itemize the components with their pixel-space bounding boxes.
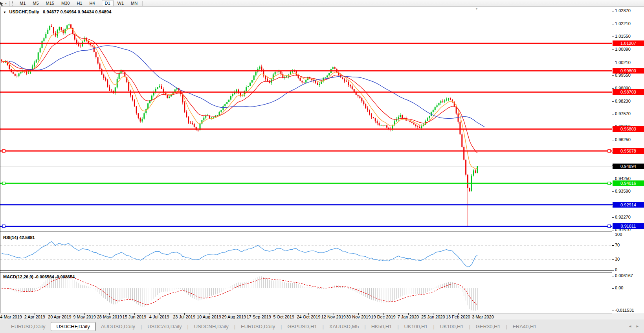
cursor-tool-icon[interactable]	[0, 1, 4, 6]
timeframe-button-d1[interactable]: D1	[102, 0, 114, 6]
timeframe-button-h4[interactable]: H4	[86, 0, 98, 6]
tab-scroll-right-icon[interactable]: ▸	[636, 324, 638, 328]
rsi-panel[interactable]: RSI(14) 42.5881	[0, 233, 612, 271]
axis-tick	[612, 37, 614, 37]
date-label: 24 Oct 2019	[297, 315, 320, 319]
price-tick-label: 1.01550	[615, 34, 631, 39]
axis-tick	[612, 259, 614, 260]
price-tick-label: 0.96250	[615, 137, 631, 142]
scroll-position-icon[interactable]: ▼	[475, 7, 478, 11]
price-tick-label: 0.92270	[615, 215, 631, 219]
chart-tabs: EURUSD,DailyUSDCHF,DailyAUDUSD,Daily|USD…	[0, 320, 644, 333]
level-price-badge: 0.91811	[613, 223, 644, 229]
chart-tab-uk100-h1[interactable]: UK100,H1	[435, 322, 469, 331]
chart-title: ▼ USDCHF,Daily 0.94677 0.94964 0.94434 0…	[3, 9, 111, 14]
time-axis[interactable]: 14 Mar 20192 Apr 201920 Apr 20199 May 20…	[0, 313, 644, 320]
axis-tick	[612, 88, 614, 89]
cursor-arrow-icon	[0, 1, 4, 6]
axis-tick	[612, 63, 614, 63]
chart-tab-ger30-h1[interactable]: GER30,H1	[470, 322, 506, 331]
chart-tab-audusd-daily[interactable]: AUDUSD,Daily	[95, 322, 141, 331]
price-panel[interactable]: ▼ USDCHF,Daily 0.94677 0.94964 0.94434 0…	[0, 7, 612, 232]
axis-tick	[612, 50, 614, 50]
price-tick-label: 0.94250	[615, 176, 631, 181]
timeframe-button-m1[interactable]: M1	[17, 0, 29, 6]
date-label: 23 Jul 2019	[173, 315, 195, 319]
level-price-badge: 0.95678	[613, 148, 644, 154]
level-price-badge: 0.92914	[613, 202, 644, 208]
axis-tick	[612, 191, 614, 192]
level-price-badge: 0.99800	[613, 68, 644, 74]
axis-tick	[612, 101, 614, 102]
tab-scroll-left-icon[interactable]: ◂	[629, 324, 631, 328]
date-label: 2 Apr 2019	[24, 315, 45, 319]
date-label: 14 Mar 2019	[0, 315, 22, 319]
macd-label: MACD(12,26,9) -0.006564 -0.008654	[3, 274, 75, 279]
chart-ohlc-values: 0.94677 0.94964 0.94434 0.94894	[43, 9, 111, 14]
date-label: 12 Nov 2019	[321, 315, 346, 319]
timeframe-button-m5[interactable]: M5	[29, 0, 42, 6]
axis-tick	[612, 114, 614, 114]
chart-tab-gbpusd-h1[interactable]: GBPUSD,H1	[282, 322, 322, 331]
chart-tab-list: EURUSD,DailyUSDCHF,DailyAUDUSD,Daily|USD…	[6, 322, 542, 331]
chart-tab-hk50-h1[interactable]: HK50,H1	[366, 322, 398, 331]
axis-tick	[612, 288, 614, 289]
chart-tab-usdcad-daily[interactable]: USDCAD,Daily	[142, 322, 187, 331]
timeframe-button-m30[interactable]: M30	[58, 0, 73, 6]
timeframe-button-m15[interactable]: M15	[43, 0, 57, 6]
axis-tick	[612, 217, 614, 218]
axis-tick	[612, 270, 614, 270]
ma-fast-line	[2, 28, 477, 169]
axis-tick	[612, 75, 614, 76]
ma-slow-line	[9, 46, 484, 127]
toolbar-separator	[142, 1, 143, 6]
symbol-dropdown-icon[interactable]: ▼	[3, 11, 6, 14]
date-label: 28 May 2019	[97, 315, 122, 319]
chart-tab-eurusd-daily[interactable]: EURUSD,Daily	[6, 322, 51, 331]
price-tick-label: 0.97570	[615, 111, 631, 116]
chart-symbol-label: USDCHF,Daily	[9, 9, 39, 14]
date-label: 19 Dec 2019	[371, 315, 395, 319]
timeframe-button-mn[interactable]: MN	[128, 0, 141, 6]
level-price-badge: 0.98703	[613, 89, 644, 95]
toolbar-grip[interactable]	[12, 1, 14, 6]
date-label: 3 Mar 2020	[472, 315, 494, 319]
timeframe-buttons: M1M5M15M30H1H4D1W1MN	[16, 0, 144, 6]
chart-tab-uk100-h1[interactable]: UK100,H1	[399, 322, 433, 331]
axis-tick	[612, 24, 614, 24]
axis-tick	[612, 179, 614, 179]
rsi-tick-label: 70	[615, 243, 620, 247]
date-label: 10 Aug 2019	[197, 315, 221, 319]
timeframe-button-h1[interactable]: H1	[73, 0, 85, 6]
price-tick-label: 1.02870	[615, 8, 631, 13]
rsi-tick-label: 0	[615, 267, 617, 272]
price-tick-label: 0.99550	[615, 73, 631, 77]
date-label: 5 Oct 2019	[273, 315, 294, 319]
axis-tick	[612, 140, 614, 140]
timeframe-button-w1[interactable]: W1	[114, 0, 127, 6]
price-tick-label: 1.00890	[615, 47, 631, 52]
chart-tab-fra40-h1[interactable]: FRA40,H1	[507, 322, 542, 331]
price-axis[interactable]: 1.028701.022101.015501.008901.002100.995…	[612, 7, 644, 313]
chart-tab-usdchf-daily[interactable]: USDCHF,Daily	[51, 322, 95, 331]
axis-tick	[612, 230, 614, 230]
macd-tick-label: -0.011531	[615, 308, 634, 313]
date-label: 15 Jun 2019	[123, 315, 147, 319]
date-label: 20 Apr 2019	[48, 315, 71, 319]
rsi-label: RSI(14) 42.5881	[3, 235, 35, 240]
date-label: 13 Feb 2020	[446, 315, 470, 319]
macd-tick-label: 0.00	[615, 285, 623, 290]
ma-mid-line	[2, 34, 477, 153]
tab-scroll-arrows: ◂ ▸	[625, 324, 638, 329]
chart-tab-xauusd-m5[interactable]: XAUUSD,M5	[324, 322, 365, 331]
chart-tab-eurusd-daily[interactable]: EURUSD,Daily	[235, 322, 281, 331]
chevron-down-icon[interactable]: ▾	[5, 2, 7, 5]
chart-area: ▼ USDCHF,Daily 0.94677 0.94964 0.94434 0…	[0, 7, 644, 313]
rsi-tick-label: 100	[615, 232, 622, 237]
price-tick-label: 1.02210	[615, 21, 631, 26]
macd-panel[interactable]: MACD(12,26,9) -0.006564 -0.008654	[0, 272, 612, 313]
mt4-window: ▾ M1M5M15M30H1H4D1W1MN ▼ USDCHF,Daily 0.…	[0, 0, 644, 333]
date-label: 30 Nov 2019	[346, 315, 371, 319]
date-label: 29 Aug 2019	[222, 315, 246, 319]
chart-tab-usdcnh-daily[interactable]: USDCNH,Daily	[189, 322, 234, 331]
